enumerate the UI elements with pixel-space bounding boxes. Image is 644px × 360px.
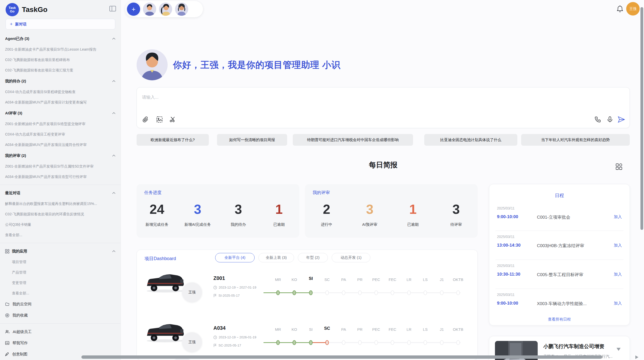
join-link[interactable]: 加入 — [614, 214, 622, 220]
sidebar-item-product-mgmt[interactable]: 产品管理 — [5, 267, 115, 278]
list-item[interactable]: C0X4-动力总成开发项目工程变更评审 — [5, 129, 115, 140]
view-all-schedule-link[interactable]: 查看所有日程 — [489, 317, 630, 322]
milestone-dot[interactable] — [391, 290, 394, 295]
tab-model-year[interactable]: 年型 (2) — [298, 253, 328, 262]
suggestion-chip[interactable]: 如何写一份清晰的项目周报 — [217, 134, 287, 146]
project-dates: 2023-12-19 ~ 2027-01-19 — [213, 286, 256, 289]
section-agent-done[interactable]: Agent已办 (3) — [5, 33, 115, 44]
tab-powertrain[interactable]: 动总开发 (1) — [332, 253, 370, 262]
section-recent-chats[interactable]: 最近对话 — [5, 187, 115, 199]
recent-view-all[interactable]: 查看全部... — [5, 230, 115, 240]
image-icon[interactable] — [156, 116, 163, 123]
scissors-icon[interactable] — [169, 116, 176, 123]
section-ai-review[interactable]: AI评审 (3) — [5, 108, 115, 119]
attachment-icon[interactable] — [142, 116, 149, 123]
join-link[interactable]: 加入 — [614, 301, 622, 306]
chevron-up-icon[interactable] — [112, 38, 115, 40]
list-item[interactable]: A034-全新新能源MUV产品开发项目计划变更表编写 — [5, 97, 115, 108]
list-item[interactable]: 公司Q3轻卡销量 — [5, 219, 115, 230]
milestone-dot-overdue[interactable] — [325, 340, 329, 345]
stat-label: 新增完成任务 — [137, 222, 177, 227]
milestone-dot[interactable] — [423, 290, 427, 295]
sidebar-item-project-mgmt[interactable]: 项目管理 — [5, 257, 115, 267]
apps-view-all[interactable]: 查看全部... — [5, 288, 115, 298]
join-link[interactable]: 加入 — [614, 272, 622, 277]
list-item[interactable]: 解释最新出台的欧盟报废车法规再生塑料比例被调至15%... — [5, 199, 115, 209]
list-item[interactable]: C0X4-动力总成开发项目SI里程碑提交物检查 — [5, 87, 115, 97]
clock-icon — [213, 286, 217, 289]
notification-bell-icon[interactable] — [617, 5, 623, 13]
milestone-dot[interactable] — [456, 290, 460, 295]
stat: 1 已逾期 — [391, 200, 435, 227]
milestone-dot[interactable] — [456, 340, 460, 345]
list-item[interactable]: C02-飞腾新能源轻客改款项目立项汇报方案 — [5, 65, 115, 76]
suggestion-chip[interactable]: 特朗普可能对进口汽车增税会对中国车企造成哪些影响 — [293, 134, 413, 146]
section-my-apps[interactable]: 我的应用 — [5, 246, 115, 257]
avatar[interactable] — [159, 3, 172, 16]
milestone-dot[interactable] — [374, 340, 378, 345]
avatar[interactable] — [143, 3, 156, 16]
sidebar-item-change-mgmt[interactable]: 变更管理 — [5, 278, 115, 288]
milestone-dot[interactable] — [407, 290, 411, 295]
add-session-button[interactable]: + — [127, 3, 140, 16]
list-item[interactable]: Z001-全新燃油轻卡产品开发项目SI造型提交物评审 — [5, 119, 115, 129]
milestone-dot[interactable] — [423, 340, 427, 345]
sidebar-item-favorites[interactable]: 我的收藏 — [5, 310, 115, 321]
chevron-up-icon[interactable] — [112, 250, 115, 252]
chat-input[interactable] — [142, 93, 549, 102]
chevron-up-icon[interactable] — [112, 155, 115, 157]
milestone-dot[interactable] — [358, 290, 362, 295]
milestone-dot[interactable] — [407, 340, 411, 345]
chevron-up-icon[interactable] — [112, 192, 115, 194]
section-title: Agent已办 (3) — [5, 36, 29, 41]
tab-new-platform[interactable]: 全新平台 (4) — [215, 253, 255, 262]
milestone-dot[interactable] — [440, 290, 444, 295]
mic-icon[interactable] — [607, 116, 613, 123]
suggestion-chip[interactable]: 当下年轻人对汽车外观有怎样的喜好趋势 — [521, 134, 630, 146]
phone-icon[interactable] — [594, 116, 601, 123]
milestone-dot[interactable] — [358, 340, 362, 345]
avatar[interactable] — [175, 3, 188, 16]
milestone-dot[interactable] — [292, 290, 296, 295]
user-avatar[interactable]: 王强 — [626, 2, 640, 16]
horizontal-scrollbar[interactable] — [81, 355, 602, 359]
section-my-todo[interactable]: 我的待办 (2) — [5, 76, 115, 87]
stat-label: 待评审 — [434, 222, 478, 227]
list-item[interactable]: A034-全新新能源MUV产品开发项目造型可行性评审 — [5, 172, 115, 182]
milestone-dot[interactable] — [342, 340, 345, 345]
layout-grid-icon[interactable] — [616, 163, 622, 170]
tab-new-body[interactable]: 全新上装 (3) — [258, 253, 294, 262]
milestone-dot[interactable] — [309, 340, 313, 345]
sidebar-collapse-icon[interactable] — [109, 6, 116, 12]
milestone-dot[interactable] — [292, 340, 296, 345]
milestone-dot[interactable] — [276, 290, 280, 295]
milestone-dot[interactable] — [391, 340, 394, 345]
list-item[interactable]: C02-飞腾新能源轻客改款项目的闭环通告反馈情况 — [5, 209, 115, 219]
sidebar-item-cloud-space[interactable]: 我的云空间 — [5, 298, 115, 310]
milestone-dot[interactable] — [342, 290, 345, 295]
list-item[interactable]: Z001-全新燃油皮卡产品开发项目SI节点Lesson Learn报告 — [5, 44, 115, 55]
suggestion-chip[interactable]: 比亚迪全固态电池计划具体说了什么 — [424, 134, 517, 146]
vertical-scrollbar[interactable] — [640, 7, 643, 230]
sidebar-item-ai-staff[interactable]: AI超级员工 — [5, 326, 115, 337]
section-my-review[interactable]: 我的评审 (2) — [5, 150, 115, 161]
milestone-dot[interactable] — [325, 290, 329, 295]
milestone-dot[interactable] — [309, 290, 313, 295]
chevron-up-icon[interactable] — [112, 112, 115, 114]
suggestion-chip[interactable]: 欧洲新规最近颁布了什么? — [137, 134, 209, 146]
join-link[interactable]: 加入 — [614, 243, 622, 248]
new-chat-button[interactable]: + 新对话 — [6, 19, 115, 29]
milestone-dot[interactable] — [276, 340, 280, 345]
sidebar-item-write-helper[interactable]: 帮我写作 — [5, 337, 115, 349]
list-item[interactable]: Z001-全新燃油轻卡产品开发项目SI节点属性5D文件评审 — [5, 161, 115, 172]
list-item[interactable]: C02-飞腾新能源轻客改款项目里程碑画布 — [5, 55, 115, 65]
milestone-dot[interactable] — [374, 290, 378, 295]
divider — [0, 243, 121, 243]
milestone-dot[interactable] — [440, 340, 444, 345]
scroll-right-arrow[interactable] — [635, 355, 638, 359]
chevron-up-icon[interactable] — [112, 80, 115, 82]
send-icon[interactable] — [618, 116, 625, 123]
list-item[interactable]: A034-全新新能源MUV产品开发项目法规符合性评审 — [5, 140, 115, 150]
scroll-down-arrow[interactable] — [617, 348, 621, 351]
divider — [0, 185, 121, 185]
